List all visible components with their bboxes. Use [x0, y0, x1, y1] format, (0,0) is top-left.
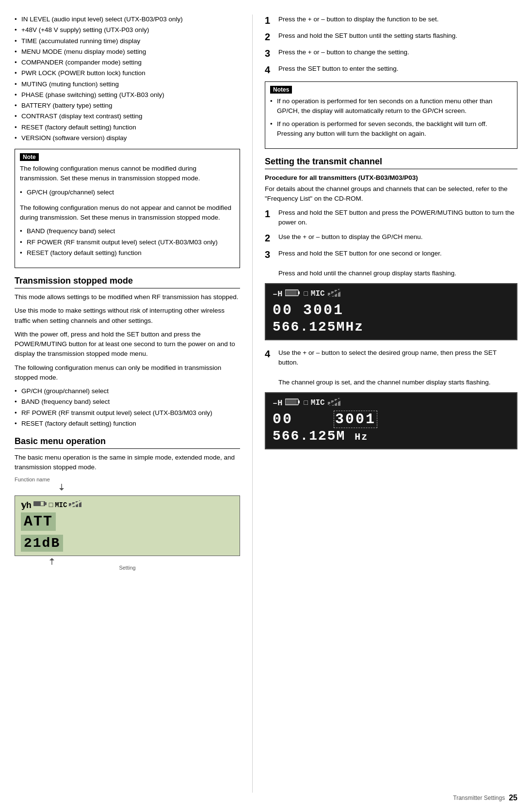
list-item: CONTRAST (display text contrast) setting — [15, 111, 240, 121]
lcd-sub-row: 21dB — [21, 535, 63, 552]
page-number: 25 — [509, 794, 517, 802]
for-details-para: For details about the channel groups and… — [265, 184, 517, 204]
right-column: 1 Press the + or – button to display the… — [252, 15, 517, 793]
d1-mic: MIC — [311, 289, 325, 298]
ch-step4-sub: The channel group is set, and the channe… — [278, 379, 491, 386]
signal-icon — [69, 500, 83, 509]
lcd-display-1: –H □ MIC — [265, 283, 517, 340]
display1-main-row: 00 3001 — [273, 302, 510, 318]
arrow-down-icon — [58, 484, 65, 491]
svg-rect-24 — [298, 400, 300, 403]
d2-spacer — [303, 411, 323, 428]
step-text-2: Press and hold the SET button until the … — [278, 31, 517, 41]
setting-channel-heading: Setting the transmit channel — [265, 157, 517, 169]
d2-group: 00 — [273, 411, 293, 428]
d2-mode: □ — [304, 399, 307, 407]
display1-top-row: –H □ MIC — [273, 289, 510, 299]
notes-list: If no operation is performed for ten sec… — [270, 96, 512, 139]
svg-rect-25 — [286, 399, 297, 404]
list-item: TIME (accumulated running time) display — [15, 36, 240, 46]
list-item: RF POWER (RF transmit output level) sele… — [15, 408, 240, 418]
list-item: RESET (factory default setting) function — [20, 248, 235, 258]
step-number-4: 4 — [265, 64, 278, 76]
note-items-list: BAND (frequency band) select RF POWER (R… — [20, 226, 235, 258]
svg-marker-13 — [49, 558, 54, 560]
list-item: BAND (frequency band) select — [20, 226, 235, 236]
list-item: GP/CH (group/channel) select — [15, 386, 240, 396]
ch-step-text-3: Press and hold the SET button for one se… — [278, 249, 517, 278]
display1-freq-row: 566.125MHz — [273, 319, 510, 334]
note-box: Note The following configuration menus c… — [15, 149, 240, 268]
d1-mode: □ — [304, 290, 307, 298]
transmission-heading: Transmission stopped mode — [15, 276, 240, 288]
d2-channel: 3001 — [334, 411, 377, 428]
fn-label: Function name — [15, 477, 50, 482]
step-1: 1 Press the + or – button to display the… — [265, 15, 517, 26]
note-label: Note — [20, 153, 39, 161]
lcd-display-2: –H □ MIC — [265, 392, 517, 449]
list-item: VERSION (software version) display — [15, 133, 240, 143]
feature-bullet-list: IN LEVEL (audio input level) select (UTX… — [15, 15, 240, 143]
note-bullet-list: GP/CH (group/channel) select — [20, 188, 235, 197]
transmission-para3: With the power off, press and hold the S… — [15, 330, 240, 359]
d1-signal — [328, 289, 345, 299]
ch-step-text-2: Use the + or – button to display the GP/… — [278, 232, 517, 242]
transmission-para2: Use this mode to make settings without r… — [15, 306, 240, 326]
step-text-1: Press the + or – button to display the f… — [278, 15, 517, 24]
transmission-para1: This mode allows settings to be modified… — [15, 292, 240, 302]
ch-step-1: 1 Press and hold the SET button and pres… — [265, 208, 517, 228]
step-number-3: 3 — [265, 48, 278, 59]
ch-step-number-3: 3 — [265, 249, 278, 260]
d2-hz: Hz — [355, 431, 368, 443]
note-item-2: If no operation is performed for seven s… — [270, 119, 512, 139]
arrow-up-icon — [48, 558, 55, 565]
page-footer: Transmitter Settings 25 — [453, 794, 517, 802]
list-item: RESET (factory default setting) function — [15, 123, 240, 132]
note-text: The following configuration menus cannot… — [20, 164, 235, 184]
footer-text: Transmitter Settings — [453, 795, 505, 801]
list-item: MENU MODE (menu display mode) setting — [15, 47, 240, 57]
channel-icon: 𝕪h — [21, 500, 32, 510]
lcd-top-row: 𝕪h □ MIC — [21, 500, 234, 510]
list-item: MUTING (muting function) setting — [15, 80, 240, 89]
d1-minus-h: –H — [273, 289, 282, 299]
transmission-items-list: GP/CH (group/channel) select BAND (frequ… — [15, 386, 240, 429]
notes-box: Notes If no operation is performed for t… — [265, 81, 517, 149]
d1-battery — [285, 289, 301, 299]
step-text-4: Press the SET button to enter the settin… — [278, 64, 517, 74]
ch-step-3: 3 Press and hold the SET button for one … — [265, 249, 517, 278]
step-3: 3 Press the + or – button to change the … — [265, 48, 517, 59]
d2-minus-h: –H — [273, 398, 282, 408]
list-item: COMPANDER (compander mode) setting — [15, 58, 240, 67]
d2-signal — [328, 398, 345, 408]
ch-step-number-4: 4 — [265, 348, 278, 360]
d2-freq-value: 566.125M — [273, 429, 345, 444]
list-item: BATTERY (battery type) setting — [15, 101, 240, 111]
step-4: 4 Press the SET button to enter the sett… — [265, 64, 517, 76]
ch-step-2: 2 Use the + or – button to display the G… — [265, 232, 517, 244]
svg-rect-3 — [45, 502, 47, 505]
display2-freq-row: 566.125M Hz — [273, 429, 510, 444]
step-text-3: Press the + or – button to change the se… — [278, 48, 517, 57]
battery-icon — [33, 500, 47, 509]
list-item: IN LEVEL (audio input level) select (UTX… — [15, 15, 240, 24]
list-item: BAND (frequency band) select — [15, 397, 240, 407]
svg-rect-16 — [286, 290, 297, 295]
list-item: GP/CH (group/channel) select — [20, 188, 235, 197]
ch-step-text-1: Press and hold the SET button and press … — [278, 208, 517, 228]
d2-mic: MIC — [311, 398, 325, 407]
setting-label: Setting — [119, 565, 135, 571]
lcd-main-row: ATT — [21, 512, 56, 531]
svg-rect-5 — [34, 502, 41, 506]
notes-label: Notes — [270, 86, 292, 94]
procedure-heading: Procedure for all transmitters (UTX-B03/… — [265, 174, 517, 181]
list-item: RF POWER (RF transmit output level) sele… — [20, 238, 235, 247]
list-item: +48V (+48 V supply) setting (UTX-P03 onl… — [15, 25, 240, 35]
list-item: PWR LOCK (POWER button lock) function — [15, 68, 240, 78]
basic-heading: Basic menu operation — [15, 436, 240, 449]
list-item: PHASE (phase switching) setting (UTX-B03… — [15, 90, 240, 100]
left-column: IN LEVEL (audio input level) select (UTX… — [15, 15, 252, 793]
basic-para: The basic menu operation is the same in … — [15, 453, 240, 473]
display2-main-row: 00 3001 — [273, 411, 510, 428]
ch-step-number-1: 1 — [265, 208, 278, 220]
